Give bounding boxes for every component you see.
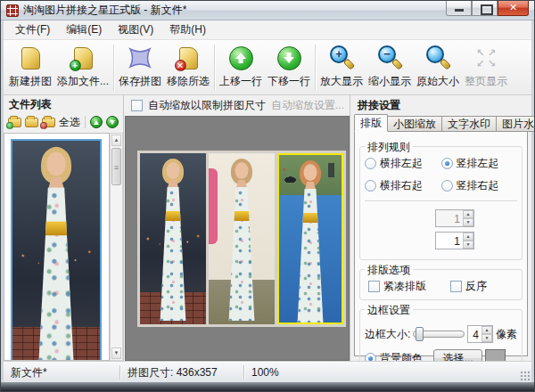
slider-knob[interactable] (416, 327, 424, 341)
magnifier-icon (425, 45, 450, 70)
file-list-toolbar: 全选 (4, 111, 123, 133)
main-area: 文件列表 全选 (4, 95, 531, 361)
remove-file-button[interactable] (42, 118, 55, 127)
magnifier-plus-icon: + (329, 45, 354, 70)
add-files-button[interactable]: + 添加文件... (54, 43, 111, 93)
radio-vertical-left[interactable]: 竖排左起 (441, 156, 518, 171)
photo1-figure (152, 157, 194, 323)
original-size-button[interactable]: 原始大小 (414, 43, 462, 93)
remove-selected-button[interactable]: ✕ 移除所选 (164, 43, 212, 93)
app-window: 淘淘图片拼接之星正式版 - 新文件* 文件(F) 编辑(E) 视图(V) 帮助(… (0, 0, 535, 392)
radio-horizontal-right[interactable]: 横排右起 (365, 178, 441, 193)
plus-badge-icon: + (70, 60, 81, 71)
move-row-down-button[interactable]: 下移一行 (265, 43, 313, 93)
file-thumbnail-list[interactable] (4, 133, 110, 361)
menu-file[interactable]: 文件(F) (7, 20, 58, 40)
reverse-order-checkbox[interactable]: 反序 (450, 279, 487, 294)
window-controls (446, 1, 529, 16)
magnifier-minus-icon: − (377, 45, 402, 70)
tab-thumb-scale[interactable]: 小图缩放 (388, 116, 442, 132)
border-size-slider[interactable] (413, 326, 465, 342)
group-separator (365, 200, 517, 202)
open-folder-button[interactable] (25, 118, 38, 127)
collage-photo-1[interactable] (140, 153, 206, 324)
arrange-rules-title: 排列规则 (365, 140, 413, 155)
menu-help[interactable]: 帮助(H) (161, 20, 214, 40)
file-list-title: 文件列表 (4, 95, 123, 111)
border-size-label: 边框大小: (365, 327, 410, 342)
toolbar-separator (113, 45, 114, 91)
scrollbar-thumb[interactable] (111, 148, 121, 185)
minimize-button[interactable] (446, 1, 472, 16)
radio-icon (365, 158, 376, 169)
radio-icon (441, 180, 453, 192)
status-zoom-level: 100% (244, 365, 286, 380)
zoom-in-button[interactable]: + 放大显示 (317, 43, 366, 93)
move-row-up-button[interactable]: 上移一行 (217, 43, 265, 93)
layout-tab-page: 排列规则 横排左起 竖排左起 横排右起 (354, 131, 528, 356)
window-bottom-border (1, 382, 534, 391)
file-thumbnail-selected[interactable] (11, 139, 102, 361)
rows-spinner[interactable]: 1 (435, 209, 474, 227)
menu-edit[interactable]: 编辑(E) (58, 20, 110, 40)
move-file-up-button[interactable] (90, 116, 103, 128)
status-file-name: 新文件* (4, 365, 119, 380)
settings-title: 拼接设置 (350, 95, 531, 112)
arrow-up-icon (229, 46, 253, 70)
compact-layout-checkbox[interactable]: 紧凑排版 (368, 279, 447, 294)
tab-layout[interactable]: 排版 (354, 114, 388, 132)
tab-text-watermark[interactable]: 文字水印 (442, 116, 497, 132)
layout-options-title: 排版选项 (365, 263, 413, 278)
spinner-arrows-icon[interactable] (463, 233, 473, 249)
expand-arrows-icon: ↖↗↙↘ (474, 47, 498, 69)
scroll-down-icon[interactable] (111, 347, 121, 359)
settings-panel: 拼接设置 排版 小图缩放 文字水印 图片水印 排列规则 横排左起 (350, 95, 531, 361)
collage-canvas[interactable] (125, 116, 350, 361)
radio-selected-icon (441, 158, 453, 169)
cols-spinner[interactable]: 1 (435, 232, 474, 249)
thumb-figure (26, 144, 86, 361)
auto-scale-label: 自动缩放以限制拼图尺寸 (148, 98, 266, 113)
radio-vertical-right[interactable]: 竖排右起 (441, 178, 518, 193)
zoom-out-button[interactable]: − 缩小显示 (366, 43, 414, 93)
save-icon (127, 45, 153, 71)
new-collage-button[interactable]: 新建拼图 (6, 43, 54, 93)
window-title: 淘淘图片拼接之星正式版 - 新文件* (23, 3, 186, 18)
status-bar: 新文件* 拼图尺寸: 436x357 100% (4, 361, 531, 382)
auto-scale-settings-link: 自动缩放设置... (271, 98, 344, 113)
up-triangle-icon (94, 120, 99, 125)
collage-photo-3-selected[interactable] (277, 153, 343, 324)
spinner-arrows-icon[interactable] (482, 326, 492, 342)
maximize-button[interactable] (472, 1, 498, 16)
border-size-spinner[interactable]: 4 (467, 325, 493, 343)
file-list-scrollbar[interactable] (110, 133, 123, 361)
select-all-button[interactable]: 全选 (59, 115, 80, 130)
layout-options-group: 排版选项 紧凑排版 反序 (359, 269, 523, 300)
stitched-collage (137, 151, 346, 327)
checkbox-icon (450, 281, 462, 292)
collage-photo-2[interactable] (209, 153, 275, 324)
resize-grip[interactable] (519, 370, 530, 380)
arrange-rules-group: 排列规则 横排左起 竖排左起 横排右起 (359, 146, 523, 260)
photo2-pink-dress (209, 168, 218, 243)
checkbox-icon (368, 281, 380, 292)
save-collage-button[interactable]: 保存拼图 (116, 43, 164, 93)
photo3-figure (289, 159, 332, 324)
radio-horizontal-left[interactable]: 横排左起 (365, 156, 441, 171)
menu-view[interactable]: 视图(V) (110, 20, 161, 40)
new-page-icon (21, 47, 40, 69)
file-list-panel: 文件列表 全选 (4, 95, 124, 361)
tab-image-watermark[interactable]: 图片水印 (497, 116, 535, 132)
radio-icon (365, 180, 376, 192)
auto-scale-checkbox[interactable] (131, 100, 143, 111)
add-file-button[interactable] (8, 118, 21, 127)
move-file-down-button[interactable] (106, 116, 119, 128)
menu-bar: 文件(F) 编辑(E) 视图(V) 帮助(H) (4, 20, 531, 40)
add-files-icon: + (74, 47, 93, 69)
spinner-arrows-icon[interactable] (463, 210, 473, 226)
x-badge-icon: ✕ (175, 60, 186, 71)
close-button[interactable] (498, 1, 529, 16)
scroll-up-icon[interactable] (111, 135, 121, 146)
toolbar-separator (315, 45, 316, 91)
remove-page-icon: ✕ (179, 47, 198, 69)
